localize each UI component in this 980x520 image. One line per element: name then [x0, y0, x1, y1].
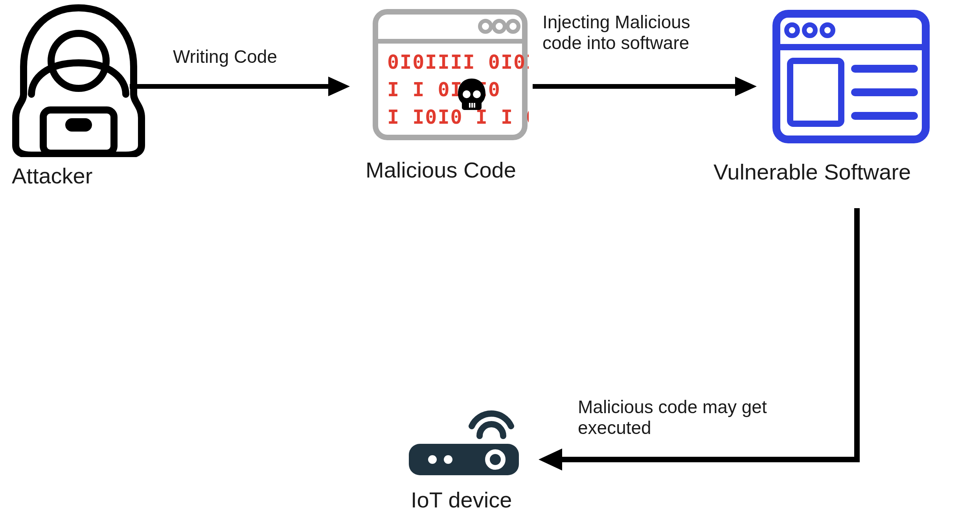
diagram-canvas: Attacker Writing Code 0I0IIII 0I0III I I…: [0, 0, 980, 520]
svg-point-21: [822, 25, 833, 36]
svg-point-11: [473, 90, 481, 98]
svg-point-29: [444, 455, 452, 464]
svg-point-28: [428, 455, 437, 464]
arrow-write-code-label: Writing Code: [173, 46, 277, 67]
arrow-execute-label-line2: executed: [578, 417, 651, 438]
svg-point-19: [787, 25, 798, 36]
svg-point-8: [494, 21, 505, 32]
malicious-code-icon: 0I0IIII 0I0III I I 0I I0 0II I I0I0 I I …: [371, 4, 529, 145]
arrow-inject-label: Injecting Malicious code into software: [542, 12, 690, 53]
iot-device-icon: [405, 408, 523, 479]
arrow-execute-label-line1: Malicious code may get: [578, 397, 767, 417]
attacker-icon: [8, 0, 149, 157]
arrow-inject-label-line2: code into software: [542, 33, 689, 53]
svg-point-20: [804, 25, 815, 36]
binary-line: I I 0I I0 0II: [387, 78, 529, 101]
arrow-inject-label-line1: Injecting Malicious: [542, 12, 690, 32]
arrow-execute-label: Malicious code may get executed: [578, 397, 767, 438]
arrow-write-code: [130, 71, 350, 102]
svg-rect-13: [471, 103, 473, 108]
svg-rect-2: [69, 122, 88, 128]
binary-line: I I0I0 I I 0I0: [387, 106, 529, 128]
svg-marker-26: [539, 449, 562, 471]
svg-rect-12: [469, 103, 471, 108]
vulnerable-software-icon: [772, 6, 930, 147]
svg-point-7: [480, 21, 491, 32]
svg-point-9: [507, 21, 518, 32]
arrow-inject: [533, 71, 757, 102]
attacker-label: Attacker: [12, 163, 92, 189]
svg-point-10: [463, 90, 471, 98]
vulnerable-software-label: Vulnerable Software: [713, 159, 911, 185]
iot-device-label: IoT device: [411, 487, 512, 513]
svg-rect-14: [474, 103, 475, 108]
malicious-code-label: Malicious Code: [366, 157, 516, 183]
svg-marker-4: [328, 77, 350, 96]
svg-rect-22: [790, 61, 841, 124]
binary-line: 0I0IIII 0I0III: [387, 51, 529, 73]
svg-marker-16: [735, 77, 757, 96]
